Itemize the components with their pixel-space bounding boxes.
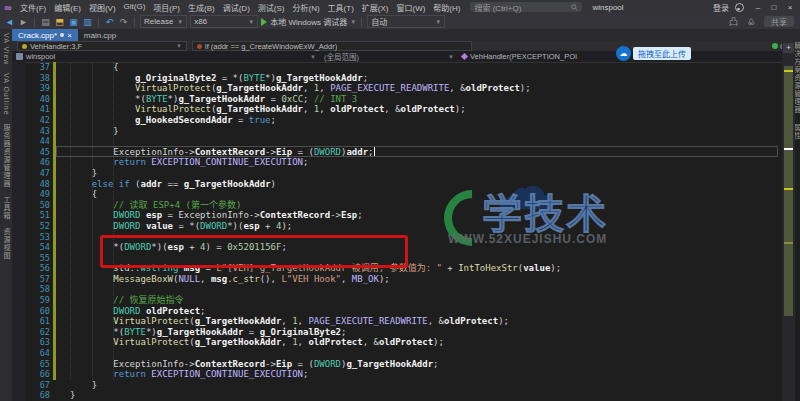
go-icon bbox=[772, 43, 778, 49]
code-line: { bbox=[70, 62, 561, 73]
start-debugging-button[interactable]: 本地 Windows 调试器▼ bbox=[261, 16, 356, 27]
scrollbar-thumb[interactable] bbox=[784, 66, 793, 316]
scope-dropdown[interactable]: (全局范围) ▼ bbox=[320, 51, 458, 62]
line-number: 39 bbox=[26, 83, 50, 94]
line-number: 61 bbox=[26, 316, 50, 327]
line-number: 38 bbox=[26, 73, 50, 84]
line-number: 67 bbox=[26, 380, 50, 391]
code-line: else if (addr == g_TargetHookAddr) bbox=[70, 179, 561, 190]
va-definition-dropdown[interactable]: if (addr == g_CreateWindowExW_Addr) bbox=[192, 41, 472, 51]
menu-item[interactable]: 窗口(W) bbox=[392, 2, 429, 13]
line-number: 40 bbox=[26, 94, 50, 105]
code-editor[interactable]: { g_OriginalByte2 = *(BYTE*)g_TargetHook… bbox=[70, 62, 561, 401]
context-dot-icon bbox=[22, 44, 27, 49]
left-strip-tab[interactable]: 工具箱 bbox=[1, 196, 11, 220]
menu-item[interactable]: 文件(F) bbox=[16, 2, 50, 13]
line-number: 57 bbox=[26, 274, 50, 285]
code-line: ExceptionInfo->ContextRecord->Eip = (DWO… bbox=[70, 147, 561, 158]
menu-item[interactable]: 帮助(H) bbox=[429, 2, 464, 13]
code-line bbox=[70, 284, 561, 295]
scrollbar-zoom-button[interactable]: + bbox=[783, 43, 794, 53]
line-number: 68 bbox=[26, 390, 50, 401]
menu-item[interactable]: 编辑(E) bbox=[50, 2, 85, 13]
line-number: 58 bbox=[26, 284, 50, 295]
new-file-icon[interactable]: ▤ bbox=[40, 16, 51, 27]
line-number: 51 bbox=[26, 210, 50, 221]
undo-icon[interactable]: ↶ bbox=[104, 16, 115, 27]
close-tab-icon[interactable]: × bbox=[67, 31, 72, 40]
left-strip-tab[interactable]: VA View bbox=[3, 33, 10, 65]
notifications-bell-icon[interactable]: 🕭 bbox=[746, 16, 757, 27]
line-number: 43 bbox=[26, 126, 50, 137]
line-number: 62 bbox=[26, 327, 50, 338]
code-line: MessageBoxW(NULL, msg.c_str(), L"VEH Hoo… bbox=[70, 274, 561, 285]
code-line: VirtualProtect(g_TargetHookAddr, 1, oldP… bbox=[70, 104, 561, 115]
line-number-gutter: 3738394041424344454647484950515253545556… bbox=[26, 62, 50, 401]
code-line: g_HookedSecondAddr = true; bbox=[70, 115, 561, 126]
member-dropdown[interactable]: VehHandler(PEXCEPTION_POI bbox=[458, 52, 766, 61]
left-strip-tab[interactable]: 服务器资源管理器 bbox=[1, 124, 11, 188]
window-title: winspool bbox=[592, 3, 623, 12]
line-number: 63 bbox=[26, 337, 50, 348]
redo-icon[interactable]: ↷ bbox=[118, 16, 129, 27]
line-number: 59 bbox=[26, 295, 50, 306]
close-button[interactable]: × bbox=[782, 3, 798, 12]
solution-platform-select[interactable]: x86▼ bbox=[190, 15, 258, 28]
menu-item[interactable]: 扩展(X) bbox=[358, 2, 393, 13]
scrollbar-mark bbox=[784, 148, 793, 150]
menu-item[interactable]: 调试(D) bbox=[219, 2, 254, 13]
line-number: 53 bbox=[26, 232, 50, 243]
menu-item[interactable]: 测试(S) bbox=[254, 2, 289, 13]
menu-item[interactable]: 分析(N) bbox=[288, 2, 323, 13]
line-number: 45 bbox=[26, 147, 50, 158]
user-account-icon[interactable] bbox=[735, 3, 744, 12]
document-tab[interactable]: main.cpp bbox=[78, 29, 122, 41]
code-line: g_OriginalByte2 = *(BYTE*)g_TargetHookAd… bbox=[70, 73, 561, 84]
left-strip-tab[interactable]: VA Outline bbox=[3, 73, 10, 116]
solution-configuration-select[interactable]: Release▼ bbox=[140, 15, 187, 28]
cloud-upload-icon: ☁ bbox=[616, 46, 631, 61]
document-tab[interactable]: Crack.cpp*× bbox=[12, 29, 78, 41]
code-line: return EXCEPTION_CONTINUE_EXECUTION; bbox=[70, 369, 561, 380]
code-line: DWORD esp = ExceptionInfo->ContextRecord… bbox=[70, 210, 561, 221]
line-number: 65 bbox=[26, 359, 50, 370]
vs-ide-window: ∞ 文件(F)编辑(E)视图(V)Git(G)项目(P)生成(B)调试(D)测试… bbox=[0, 0, 800, 401]
tab-label: main.cpp bbox=[84, 31, 116, 40]
project-icon bbox=[16, 53, 23, 60]
navigate-back-icon[interactable]: ◄ bbox=[4, 16, 15, 27]
navigate-forward-icon[interactable]: ► bbox=[18, 16, 29, 27]
scrollbar-mark bbox=[784, 188, 793, 190]
run-mode-select[interactable]: 自动▼ bbox=[367, 15, 445, 28]
left-strip-tab[interactable]: 资源视图 bbox=[1, 228, 11, 260]
menu-item[interactable]: 视图(V) bbox=[85, 2, 120, 13]
save-all-icon[interactable]: ▥ bbox=[82, 16, 93, 27]
live-share-button[interactable]: 共享 bbox=[764, 16, 794, 27]
code-line: VirtualProtect(g_TargetHookAddr, 1, PAGE… bbox=[70, 83, 561, 94]
menu-item[interactable]: 工具(T) bbox=[324, 2, 358, 13]
search-icon bbox=[571, 4, 578, 11]
upload-overlay[interactable]: ☁ 拖拽至此上传 bbox=[616, 46, 691, 61]
menu-item[interactable]: 生成(B) bbox=[184, 2, 219, 13]
minimize-button[interactable]: – bbox=[750, 3, 766, 12]
title-bar: ∞ 文件(F)编辑(E)视图(V)Git(G)项目(P)生成(B)调试(D)测试… bbox=[0, 0, 800, 14]
visual-studio-logo-icon: ∞ bbox=[0, 2, 16, 13]
play-icon bbox=[261, 18, 267, 26]
feedback-icon[interactable]: 凸 bbox=[728, 16, 739, 27]
menu-item[interactable]: 项目(P) bbox=[149, 2, 184, 13]
va-context-dropdown[interactable]: VehHandler:3,F ▼ bbox=[17, 41, 187, 51]
open-folder-icon[interactable]: ⬒ bbox=[54, 16, 65, 27]
sign-in-label[interactable]: 登录 bbox=[713, 2, 729, 13]
project-dropdown[interactable]: winspool ▼ bbox=[12, 52, 320, 61]
code-line: *(BYTE*)g_TargetHookAddr = 0xCC; // INT … bbox=[70, 94, 561, 105]
code-line: // 读取 ESP+4 (第一个参数) bbox=[70, 200, 561, 211]
code-line: { bbox=[70, 189, 561, 200]
save-icon[interactable]: ▣ bbox=[68, 16, 79, 27]
vertical-scrollbar[interactable] bbox=[782, 42, 795, 401]
maximize-button[interactable]: □ bbox=[766, 3, 782, 12]
breakpoint-margin[interactable] bbox=[12, 62, 26, 401]
scrollbar-mark bbox=[784, 242, 793, 244]
search-input[interactable]: 搜索 (Ctrl+Q) bbox=[470, 2, 582, 12]
menu-item[interactable]: Git(G) bbox=[120, 2, 150, 13]
code-line: ExceptionInfo->ContextRecord->Eip = (DWO… bbox=[70, 359, 561, 370]
line-number: 49 bbox=[26, 189, 50, 200]
